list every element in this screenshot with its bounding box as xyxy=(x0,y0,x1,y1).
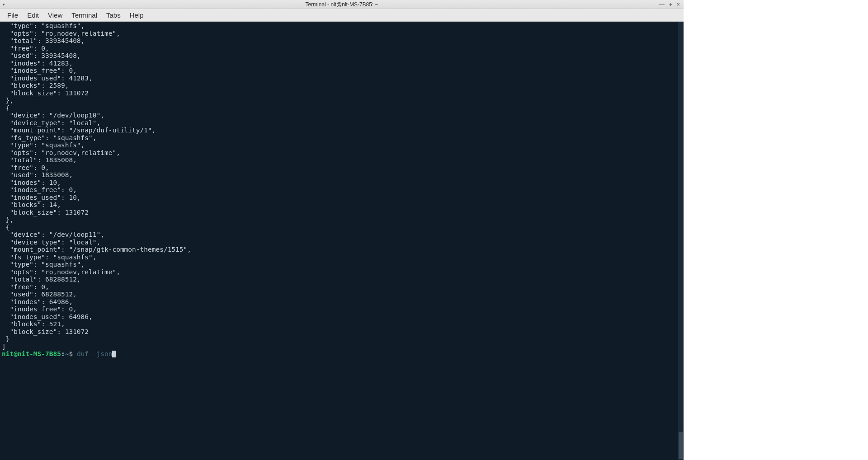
window-title: Terminal - nit@nit-MS-7B85: ~ xyxy=(305,1,378,8)
terminal-window: ▾ Terminal - nit@nit-MS-7B85: ~ — + × Fi… xyxy=(0,0,684,362)
menu-tabs[interactable]: Tabs xyxy=(102,9,125,21)
prompt-dollar: $ xyxy=(69,350,73,357)
menu-help[interactable]: Help xyxy=(125,9,148,21)
maximize-button[interactable]: + xyxy=(669,1,672,8)
menu-file[interactable]: File xyxy=(3,9,23,21)
scrollbar-thumb[interactable] xyxy=(679,432,683,459)
prompt-line: nit@nit-MS-7B85:~$ duf -json xyxy=(2,350,682,358)
cursor-block xyxy=(112,351,116,357)
typed-command: duf -json xyxy=(77,350,113,357)
prompt-separator: : xyxy=(61,350,65,357)
minimize-button[interactable]: — xyxy=(659,1,665,8)
close-button[interactable]: × xyxy=(677,1,680,8)
terminal-output: "type": "squashfs", "opts": "ro,nodev,re… xyxy=(2,22,682,350)
menubar: File Edit View Terminal Tabs Help xyxy=(0,9,684,22)
menu-edit[interactable]: Edit xyxy=(23,9,43,21)
scrollbar[interactable] xyxy=(678,22,684,460)
prompt-user-host: nit@nit-MS-7B85 xyxy=(2,350,61,357)
menu-terminal[interactable]: Terminal xyxy=(67,9,102,21)
menu-view[interactable]: View xyxy=(43,9,67,21)
chevron-down-icon: ▾ xyxy=(3,2,5,7)
titlebar: ▾ Terminal - nit@nit-MS-7B85: ~ — + × xyxy=(0,0,684,9)
terminal-viewport[interactable]: "type": "squashfs", "opts": "ro,nodev,re… xyxy=(0,22,684,460)
titlebar-menu-dropdown[interactable]: ▾ xyxy=(0,2,5,7)
prompt-space xyxy=(73,350,77,357)
